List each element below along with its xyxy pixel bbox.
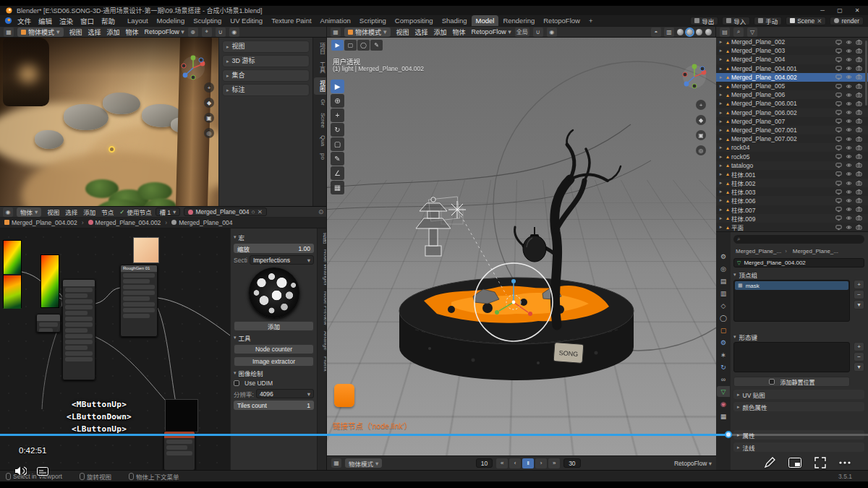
pin-icon[interactable]: ⊙ <box>318 208 323 215</box>
frame-end-field[interactable]: 30 <box>563 458 580 468</box>
outliner-item[interactable]: ▸▲柱体.003 <box>716 187 868 196</box>
scale-tool[interactable]: ▢ <box>331 137 344 151</box>
shader-node-roughgen[interactable]: RoughGen 01 <box>120 265 158 337</box>
macro-section-header[interactable]: ▾宏 <box>234 233 314 241</box>
eye-icon[interactable] <box>846 180 852 187</box>
screen-icon[interactable] <box>835 39 842 46</box>
expand-icon[interactable]: ▸ <box>718 189 724 194</box>
tab-render[interactable]: ◎ <box>717 263 730 274</box>
workspace-tab[interactable]: Layout <box>123 15 153 26</box>
tab-object[interactable]: ▢ <box>717 325 730 335</box>
more-icon[interactable] <box>839 461 851 465</box>
rotate-tool[interactable]: ↻ <box>331 123 344 137</box>
editor-type-icon[interactable]: ▦ <box>331 458 341 468</box>
outliner-item[interactable]: ▸▲Merged_Plane_007.001 <box>716 126 868 134</box>
editor-type-icon[interactable]: ◉ <box>3 207 13 217</box>
tab-physics[interactable]: ↻ <box>717 361 730 372</box>
left-3d-viewport[interactable]: +◆▣◎ ▸视图▸3D 游标▸集合▸标注 项目工具视图GrScreeQuapo <box>0 38 327 206</box>
tab-scene[interactable]: ◇ <box>717 300 730 311</box>
path-item[interactable]: Merged_Plane_004.002 <box>4 219 77 226</box>
expand-icon[interactable]: ▸ <box>718 83 724 89</box>
pip-icon[interactable] <box>788 458 801 468</box>
shape-keys-header[interactable]: ▾形态键 <box>733 332 864 341</box>
resolution-dropdown[interactable]: 4096▾ <box>256 389 314 398</box>
screen-icon[interactable] <box>835 100 842 107</box>
camera-icon[interactable] <box>856 180 862 187</box>
shading-solid-icon[interactable] <box>686 29 693 35</box>
screen-icon[interactable] <box>835 127 842 133</box>
use-udim-checkbox[interactable]: Use UDIM <box>234 380 314 387</box>
viewport-menu-1[interactable]: 选择 <box>86 27 103 37</box>
snap-magnet-icon[interactable]: ∪ <box>533 27 543 37</box>
next-frame-button[interactable]: › <box>535 458 547 468</box>
expand-icon[interactable]: ▸ <box>718 119 724 124</box>
cursor-tool[interactable]: ⊕ <box>331 94 344 108</box>
sidebar-tab[interactable]: 视图 <box>316 231 328 246</box>
camera-icon[interactable] <box>856 127 862 133</box>
pivot-point-icon[interactable]: ⌖ <box>202 27 212 37</box>
eye-icon[interactable] <box>846 74 852 80</box>
proportional-edit-icon[interactable]: ◉ <box>229 27 239 37</box>
imperfections-dropdown[interactable]: Imperfections▾ <box>250 255 314 265</box>
material-selector[interactable]: Merged_Plane_004○✕ <box>184 207 266 216</box>
vertex-group-item[interactable]: ▦mask <box>735 281 848 290</box>
normals-section[interactable]: ▸法线 <box>733 442 864 452</box>
workspace-tab[interactable]: Rendering <box>498 15 539 26</box>
tab-constraints[interactable]: ∞ <box>717 374 730 385</box>
eye-icon[interactable] <box>846 118 852 124</box>
tab-output[interactable]: ▤ <box>717 275 730 286</box>
tools-section-header[interactable]: ▾工具 <box>234 333 314 342</box>
screen-icon[interactable] <box>835 189 842 195</box>
outliner-item[interactable]: ▸▲Merged_Plane_004.002 <box>716 73 868 82</box>
viewport-menu-2[interactable]: 添加 <box>105 27 122 37</box>
grid-icon[interactable]: ◎ <box>696 145 706 155</box>
camera-icon[interactable] <box>856 109 862 116</box>
expand-icon[interactable]: ▸ <box>718 224 724 230</box>
mode-dropdown[interactable]: 物体模式▾ <box>17 27 64 37</box>
editor-type-icon[interactable]: ▦ <box>4 27 14 37</box>
node-menu-0[interactable]: 视图 <box>45 207 61 216</box>
expand-icon[interactable]: ▸ <box>718 39 724 45</box>
outliner-item[interactable]: ▸▲tatalogo <box>716 161 868 170</box>
mode-dropdown[interactable]: 物体模式▾ <box>344 27 391 37</box>
viewport-menu-0[interactable]: 视图 <box>67 27 85 37</box>
expand-icon[interactable]: ▸ <box>718 215 724 221</box>
shader-node-editor[interactable]: ◉ 物体▾ 视图选择添加节点 ✓使用节点 槽 1▾ Merged_Plane_0… <box>0 206 327 470</box>
eye-icon[interactable] <box>846 83 852 90</box>
export-button[interactable]: 导出 <box>690 17 718 25</box>
edit-icon[interactable] <box>764 457 775 468</box>
menu-0[interactable]: 文件 <box>14 16 35 26</box>
expand-icon[interactable]: ▸ <box>718 110 724 116</box>
sidebar-tab[interactable]: Node Preview <box>316 289 328 328</box>
outliner-item[interactable]: ▸▲Merged_Plane_004 <box>716 55 868 64</box>
jump-start-button[interactable]: « <box>496 458 508 468</box>
screen-icon[interactable] <box>835 145 842 151</box>
camera-icon[interactable] <box>856 224 862 231</box>
workspace-tab[interactable]: Model <box>472 15 499 26</box>
subtitle-icon[interactable] <box>37 467 48 476</box>
vertex-group-specials-button[interactable]: ▾ <box>854 300 864 309</box>
outliner-item[interactable]: ▸▲Merged_Plane_003 <box>716 46 868 55</box>
camera-icon[interactable] <box>856 215 862 221</box>
npanel-section[interactable]: ▸集合 <box>222 69 310 82</box>
tab-material[interactable]: ◉ <box>717 398 730 409</box>
screen-icon[interactable] <box>835 215 842 221</box>
screen-icon[interactable] <box>835 206 842 213</box>
outliner-item[interactable]: ▸▲柱体.007 <box>716 205 868 214</box>
screen-icon[interactable] <box>835 56 842 63</box>
path-item[interactable]: Merged_Plane_004.002 <box>88 219 161 226</box>
camera-icon[interactable] <box>856 189 862 195</box>
expand-icon[interactable]: ▸ <box>718 92 724 98</box>
outliner-item[interactable]: ▸▲Merged_Plane_007.002 <box>716 134 868 143</box>
camera-icon[interactable] <box>856 206 862 213</box>
screen-icon[interactable] <box>835 74 842 80</box>
import-button[interactable]: 导入 <box>722 17 750 25</box>
tab-tool[interactable]: ⚙ <box>717 251 730 262</box>
sidebar-tab[interactable]: Qua <box>314 132 327 149</box>
color-attributes-section[interactable]: ▸颜色属性 <box>733 402 864 411</box>
camera-icon[interactable]: ▣ <box>696 130 706 140</box>
screen-icon[interactable] <box>835 48 842 54</box>
uv-maps-section[interactable]: ▸UV 贴图 <box>733 390 864 399</box>
workspace-tab[interactable]: Modeling <box>153 15 190 26</box>
camera-icon[interactable] <box>856 83 862 90</box>
